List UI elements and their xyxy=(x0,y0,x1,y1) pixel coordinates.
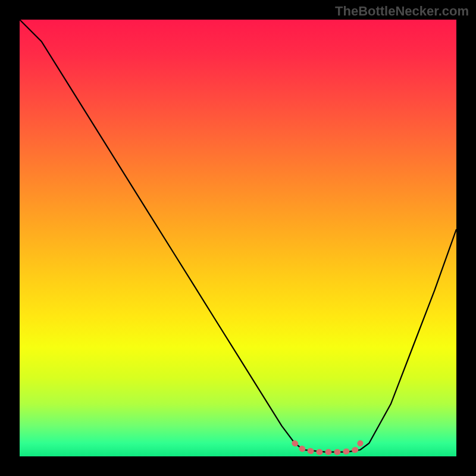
plot-area xyxy=(20,20,456,456)
optimal-marker-path xyxy=(295,443,360,452)
bottleneck-curve-path xyxy=(20,20,456,452)
watermark-text: TheBottleNecker.com xyxy=(335,4,469,19)
chart-svg xyxy=(20,20,456,456)
